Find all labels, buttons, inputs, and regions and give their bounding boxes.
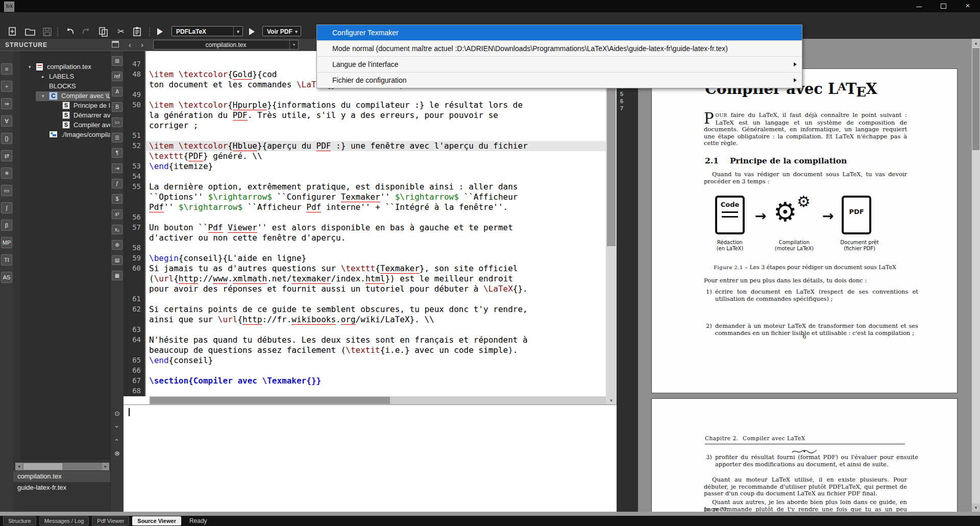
editor-line[interactable]: 51 [124,131,606,141]
undo-icon[interactable] [63,26,77,37]
scroll-up-icon[interactable]: ▴ [972,39,980,47]
list-env-icon[interactable]: ☰ [112,133,122,142]
misc-symbols-icon[interactable]: ✳ [1,168,12,179]
editor-line[interactable]: 68 [124,386,606,396]
editor-line[interactable]: \texttt{PDF} généré. \\ [124,151,606,161]
tikz-tab-icon[interactable]: TI [1,254,12,266]
relation-symbols-icon[interactable]: ⇄ [1,150,12,161]
run-compile-icon[interactable] [157,28,163,35]
tree-item[interactable]: SPrincipe de la [20,101,110,111]
editor-line[interactable]: 49 [124,90,606,100]
editor-line[interactable]: pour avoir des réponses et fournit aussi… [124,284,606,294]
paragraph-icon[interactable]: ¶ [112,148,122,158]
scroll-up-icon[interactable]: ‹ [112,435,122,445]
bold-icon[interactable]: B [112,102,122,112]
pdf-page-number[interactable]: 5 [620,91,623,97]
editor-line[interactable]: 53\end{itemize} [124,161,606,172]
asymptote-tab-icon[interactable]: AS [1,272,12,283]
pdf-page-6[interactable]: Compiler avec LATEX POUR faire du LaTeX,… [651,68,958,393]
font-size-icon[interactable]: A [112,87,122,97]
indent-icon[interactable]: ⇥ [112,163,122,173]
subscript-icon[interactable]: x₂ [112,225,122,234]
structure-scrollbar[interactable]: ◂ ▸ [15,463,109,470]
close-log-icon[interactable]: ⊗ [112,448,122,458]
maximize-button[interactable] [931,0,955,12]
open-file-item[interactable]: compilation.tex [13,471,110,482]
integral-symbols-icon[interactable]: ∫ [1,202,12,213]
editor-line[interactable]: 62Si certains points de ce guide te semb… [124,304,606,315]
editor-line[interactable]: Pdf'' $\rightarrow$ ``Afficheur Pdf inte… [124,202,606,212]
save-icon[interactable] [41,26,54,37]
editor-line[interactable]: 66 [124,366,606,376]
arrow-symbols-icon[interactable]: ⇒ [1,98,12,109]
options-menu-item[interactable]: Fichier de configuration [317,73,802,88]
braces-symbols-icon[interactable]: {} [1,133,12,144]
paste-icon[interactable] [131,26,144,37]
tree-item[interactable]: BLOCKS [20,82,110,91]
editor-line[interactable]: 54 [124,172,606,182]
frame-symbols-icon[interactable]: ▭ [1,185,12,196]
tree-item[interactable]: ./Images/compilat [20,130,110,140]
options-menu-item[interactable]: Mode normal (document maître actuel :D:\… [317,41,802,56]
open-file-item[interactable]: guide-latex-fr.tex [13,482,110,493]
array-icon[interactable]: ▤ [112,255,122,265]
next-document-button[interactable]: › [141,40,143,49]
tree-item[interactable]: SDémarrer av [20,111,110,121]
statusbar-structure-button[interactable]: Structure [3,516,36,525]
cut-icon[interactable]: ✂ [114,26,128,37]
editor-line[interactable]: ainsi que sur \url{http://fr.wikibooks.o… [124,315,606,325]
greek-symbols-icon[interactable]: β [1,220,12,231]
new-document-icon[interactable] [6,26,19,37]
scroll-down-icon[interactable]: ▾ [606,396,617,404]
math-mode-icon[interactable]: $ [112,194,122,204]
editor-horizontal-scrollbar[interactable] [149,396,606,404]
document-tab-selector[interactable]: compilation.tex ▾ [153,40,299,50]
pdf-vertical-scrollbar[interactable]: ▴ ▾ [972,39,980,512]
tree-caret-icon[interactable]: ▾ [42,93,44,99]
editor-line[interactable]: 63 [124,325,606,335]
tree-caret-icon[interactable]: ▸ [42,74,44,79]
frame-icon[interactable]: ▭ [112,117,122,127]
function-icon[interactable]: ƒ [112,179,122,188]
open-folder-icon[interactable] [23,26,37,37]
editor-line[interactable]: corriger ; [124,121,606,131]
editor-line[interactable]: 65\end{conseil} [124,355,606,366]
new-block-icon[interactable]: ⊞ [112,56,122,66]
prev-document-button[interactable]: ‹ [129,40,131,49]
matrix-icon[interactable]: ⊕ [112,240,122,250]
scroll-left-icon[interactable]: ◂ [15,463,22,470]
statusbar-pdf-viewer-button[interactable]: Pdf Viewer [92,516,129,525]
editor-line[interactable]: 56 [124,212,606,223]
editor-line[interactable]: 50\item \textcolor{Hpurple}{informations… [124,100,606,110]
options-menu-item[interactable]: Langue de l'interface [317,57,802,72]
close-button[interactable]: × [955,0,980,12]
scrollbar-thumb[interactable] [150,397,390,404]
editor-line[interactable]: 52\item \textcolor{Hblue}{aperçu du PDF … [124,141,606,151]
redo-icon[interactable] [80,26,93,37]
pdf-page-number[interactable]: 6 [620,98,623,104]
superscript-icon[interactable]: x² [112,209,122,219]
editor-line[interactable]: 57Un bouton ``Pdf Viewer'' est alors dis… [124,223,606,233]
structure-tab-icon[interactable]: ≡ [1,63,12,75]
tree-item[interactable]: ▾CCompiler avec \La [20,91,110,101]
editor-line[interactable]: 67\section{Compiler avec \Texmaker{}} [124,376,606,386]
scroll-down-icon[interactable]: ▾ [972,504,980,512]
messages-log-pane[interactable] [124,404,617,512]
statusbar-source-viewer-button[interactable]: Source Viewer [132,516,181,525]
pdf-page-number[interactable]: 7 [620,105,623,111]
view-select[interactable]: Voir PDF ▾ [262,26,301,36]
copy-icon[interactable] [97,26,110,37]
editor-line[interactable]: la génération du PDF. Très utile, s'il y… [124,110,606,121]
options-menu-item[interactable]: Configurer Texmaker [317,25,802,40]
tabular-icon[interactable]: ▦ [112,271,122,280]
scrollbar-thumb[interactable] [972,48,979,150]
editor-line[interactable]: (\url{http://www.xmlmath.net/texmaker/in… [124,274,606,284]
editor-line[interactable]: 61 [124,294,606,304]
pdf-page-7[interactable]: Chapitre 2. Compiler avec LaTeX 3)profit… [651,398,958,512]
bottom-splitter[interactable] [0,512,980,516]
scroll-down-icon[interactable]: › [112,422,122,432]
editor-line[interactable]: ``Options'' $\rightarrow$ ``Configurer T… [124,192,606,202]
editor-line[interactable]: 60Si jamais tu as d'autres questions sur… [124,264,606,274]
editor-vertical-scrollbar[interactable] [606,51,617,396]
tree-caret-icon[interactable]: ▾ [29,64,31,69]
